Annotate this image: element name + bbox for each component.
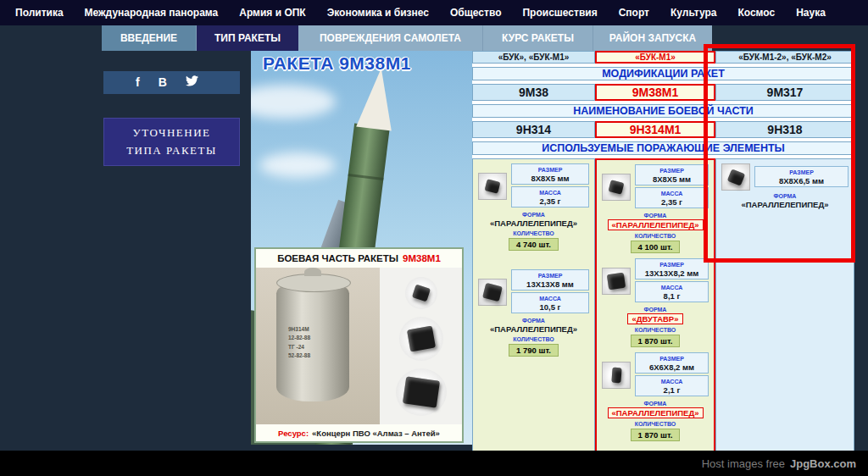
- fragment-block: РАЗМЕР6Х6Х8,2 мм МАССА2,1 г ФОРМА «ПАРАЛ…: [602, 352, 709, 441]
- nav-item-society[interactable]: Общество: [450, 7, 502, 19]
- cloud: [251, 85, 336, 119]
- fragments-column-9n314: РАЗМЕР8Х8Х5 мм МАССА2,35 г ФОРМА «ПАРАЛЛ…: [472, 158, 595, 452]
- fragment-block: РАЗМЕР8Х8Х6,5 мм ФОРМА «ПАРАЛЛЕЛЕПИПЕД»: [721, 163, 849, 209]
- count-value: 1 870 шт.: [631, 335, 681, 347]
- shape-value: «ПАРАЛЛЕЛЕПИПЕД»: [478, 219, 589, 228]
- fragment-photo: [602, 268, 631, 295]
- tab-launch-area[interactable]: РАЙОН ЗАПУСКА: [593, 25, 712, 51]
- mass-value: 2,35 г: [637, 197, 706, 207]
- top-navigation: Политика Международная панорама Армия и …: [0, 0, 868, 25]
- tab-introduction[interactable]: ВВЕДЕНИЕ: [102, 25, 197, 51]
- size-value: 6Х6Х8,2 мм: [637, 363, 706, 372]
- section-modifications: МОДИФИКАЦИИ РАКЕТ: [472, 67, 854, 80]
- count-value: 1 870 шт.: [631, 429, 681, 441]
- missile-9m38: 9М38: [472, 84, 595, 101]
- fragment-block: РАЗМЕР8Х8Х5 мм МАССА2,35 г ФОРМА «ПАРАЛЛ…: [602, 164, 709, 253]
- fragment-photo: [602, 362, 631, 389]
- nav-item-world[interactable]: Международная панорама: [85, 7, 219, 19]
- inset-credit-label: Ресурс:: [278, 429, 309, 438]
- nav-item-incidents[interactable]: Происшествия: [522, 7, 597, 19]
- warhead-cylinder: 9Н314М 12-82-88 ТГ -24 52-82-88: [276, 281, 349, 401]
- nav-item-economy[interactable]: Экономика и бизнес: [327, 7, 429, 19]
- fragments-column-9n314m1: РАЗМЕР8Х8Х5 мм МАССА2,35 г ФОРМА «ПАРАЛЛ…: [595, 158, 715, 452]
- footer-credit-link[interactable]: JpgBox.com: [790, 457, 856, 470]
- mass-value: 8,1 г: [637, 291, 706, 301]
- warhead-9n318: 9Н318: [715, 121, 854, 138]
- system-buk-m2: «БУК-М1-2», «БУК-М2»: [715, 51, 854, 64]
- warhead-inset: БОЕВАЯ ЧАСТЬ РАКЕТЫ 9М38М1 9Н314М 12-82-…: [254, 247, 464, 443]
- system-buk: «БУК», «БУК-М1»: [472, 51, 595, 64]
- nav-item-science[interactable]: Наука: [796, 7, 826, 19]
- warhead-cylinder-zone: 9Н314М 12-82-88 ТГ -24 52-82-88: [256, 268, 380, 424]
- fragment-sample-large: [396, 368, 447, 416]
- fragment-block: РАЗМЕР13Х13Х8 мм МАССА10,5 г ФОРМА «ПАРА…: [478, 269, 589, 357]
- mass-value: 2,35 г: [514, 196, 587, 206]
- content-panel: РАКЕТА 9М38М1 БОЕВАЯ ЧАСТЬ РАКЕТЫ 9М38М1…: [251, 51, 854, 445]
- inset-title-model: 9М38М1: [403, 253, 441, 263]
- fragment-photo: [721, 163, 750, 191]
- count-value: 1 790 шт.: [509, 344, 559, 357]
- size-value: 8Х8Х6,5 мм: [757, 176, 846, 185]
- warheads-row: 9Н314 9Н314М1 9Н318: [472, 121, 854, 138]
- nav-item-politics[interactable]: Политика: [15, 7, 64, 19]
- fragments-zone: [380, 268, 462, 424]
- tab-aircraft-damage[interactable]: ПОВРЕЖДЕНИЯ САМОЛЕТА: [298, 25, 483, 51]
- section-warhead-name: НАИМЕНОВАНИЕ БОЕВОЙ ЧАСТИ: [472, 104, 854, 118]
- vk-icon[interactable]: В: [159, 71, 167, 94]
- fragment-block: РАЗМЕР8Х8Х5 мм МАССА2,35 г ФОРМА «ПАРАЛЛ…: [478, 163, 589, 251]
- missile-9m38m1: 9М38М1: [595, 84, 715, 101]
- shape-value: «ПАРАЛЛЕЛЕПИПЕД»: [721, 200, 849, 209]
- warhead-stencil-marks: 9Н314М 12-82-88 ТГ -24 52-82-88: [288, 325, 310, 361]
- fragment-photo: [602, 174, 631, 201]
- facebook-icon[interactable]: f: [136, 71, 140, 94]
- clarify-line-1: УТОЧНЕНИЕ: [132, 125, 210, 142]
- shape-value: «ПАРАЛЛЕЛЕПИПЕД»: [478, 324, 589, 334]
- size-value: 13Х13Х8 мм: [514, 280, 587, 289]
- cloud: [259, 152, 336, 178]
- comparison-table: «БУК», «БУК-М1» «БУК-М1» «БУК-М1-2», «БУ…: [472, 51, 854, 445]
- inset-title-text: БОЕВАЯ ЧАСТЬ РАКЕТЫ: [277, 253, 398, 263]
- footer-credit-text: Host images free: [702, 457, 785, 470]
- system-buk-m1: «БУК-М1»: [595, 51, 715, 64]
- count-value: 4 740 шт.: [509, 238, 559, 251]
- fragments-row: РАЗМЕР8Х8Х5 мм МАССА2,35 г ФОРМА «ПАРАЛЛ…: [472, 158, 854, 452]
- nav-item-space[interactable]: Космос: [737, 7, 775, 19]
- tab-missile-type[interactable]: ТИП РАКЕТЫ: [197, 25, 298, 51]
- shape-value: «ПАРАЛЛЕЛЕПИПЕД»: [608, 407, 704, 418]
- size-value: 8Х8Х5 мм: [637, 174, 706, 184]
- tab-missile-course[interactable]: КУРС РАКЕТЫ: [483, 25, 593, 51]
- page-title: РАКЕТА 9М38М1: [263, 53, 466, 74]
- shape-value: «ПАРАЛЛЕЛЕПИПЕД»: [608, 219, 704, 230]
- fragment-photo: [478, 279, 507, 306]
- mass-value: 10,5 г: [514, 302, 587, 312]
- warhead-9n314m1: 9Н314М1: [595, 121, 715, 138]
- missile-9m317: 9М317: [715, 84, 854, 101]
- warhead-image: 9Н314М 12-82-88 ТГ -24 52-82-88: [256, 268, 462, 424]
- page: Политика Международная панорама Армия и …: [0, 0, 868, 476]
- systems-row: «БУК», «БУК-М1» «БУК-М1» «БУК-М1-2», «БУ…: [472, 51, 854, 64]
- inset-credit: Ресурс: «Концерн ПВО «Алмаз – Антей»: [256, 424, 462, 441]
- mass-value: 2,1 г: [637, 385, 706, 395]
- nav-item-sport[interactable]: Спорт: [619, 7, 649, 19]
- nav-item-culture[interactable]: Культура: [670, 7, 716, 19]
- section-strike-elements: ИСПОЛЬЗУЕМЫЕ ПОРАЖАЮЩИЕ ЭЛЕМЕНТЫ: [472, 141, 854, 155]
- warhead-9n314: 9Н314: [472, 121, 595, 138]
- size-value: 13Х13Х8,2 мм: [637, 268, 706, 278]
- tab-bar: ВВЕДЕНИЕ ТИП РАКЕТЫ ПОВРЕЖДЕНИЯ САМОЛЕТА…: [102, 25, 712, 51]
- fragment-sample-medium: [399, 317, 443, 361]
- missiles-row: 9М38 9М38М1 9М317: [472, 84, 854, 101]
- social-bar: f В: [103, 71, 240, 94]
- size-value: 8Х8Х5 мм: [514, 174, 587, 183]
- fragment-block: РАЗМЕР13Х13Х8,2 мм МАССА8,1 г ФОРМА «ДВУ…: [602, 258, 709, 347]
- fragment-photo: [478, 173, 507, 200]
- missile-nose-cone: [356, 66, 398, 131]
- clarify-line-2: ТИПА РАКЕТЫ: [126, 142, 217, 160]
- inset-title: БОЕВАЯ ЧАСТЬ РАКЕТЫ 9М38М1: [256, 249, 462, 268]
- fragment-sample-small: [405, 277, 437, 309]
- nav-item-army[interactable]: Армия и ОПК: [239, 7, 305, 19]
- twitter-icon[interactable]: [186, 71, 198, 94]
- shape-value: «ДВУТАВР»: [627, 313, 682, 324]
- footer-bar: Host images free JpgBox.com: [0, 451, 868, 476]
- missile-type-clarify-button[interactable]: УТОЧНЕНИЕ ТИПА РАКЕТЫ: [103, 118, 240, 166]
- fragments-column-9n318: РАЗМЕР8Х8Х6,5 мм ФОРМА «ПАРАЛЛЕЛЕПИПЕД»: [715, 158, 854, 452]
